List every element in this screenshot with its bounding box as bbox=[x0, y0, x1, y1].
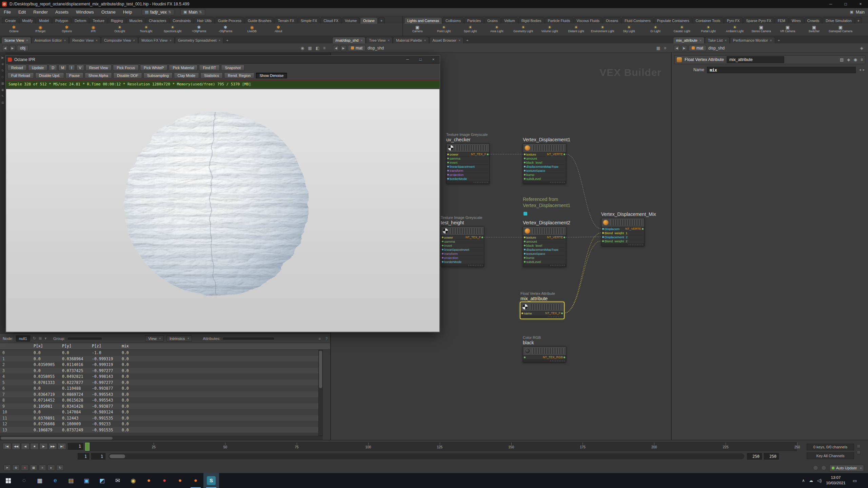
shelf-tab-viscous-fluids[interactable]: Viscous Fluids bbox=[574, 17, 603, 24]
node-param-black-level[interactable]: black_level bbox=[523, 244, 566, 248]
play-button[interactable]: ▶ bbox=[39, 443, 48, 450]
tray-expand-icon[interactable]: ∧ bbox=[802, 478, 805, 483]
intrinsics-dropdown[interactable]: Intrinsics▾ bbox=[166, 336, 192, 342]
grid-icon[interactable]: ▦ bbox=[656, 46, 660, 50]
updown-icon[interactable]: ⇅ bbox=[199, 10, 202, 14]
shelf-tab-create[interactable]: Create bbox=[2, 17, 19, 24]
sliders-icon[interactable]: ▤ bbox=[840, 57, 844, 62]
ipr-button-clay-mode[interactable]: Clay Mode bbox=[174, 73, 199, 79]
table-row[interactable]: 60.00.110488-0.9938770.0 bbox=[0, 385, 318, 391]
node-param-displacementmaptype[interactable]: displacementMapType bbox=[523, 248, 566, 252]
search-icon[interactable]: ◉ bbox=[854, 57, 857, 62]
ipr-button-snapshot[interactable]: Snapshot bbox=[221, 65, 244, 71]
node-header[interactable] bbox=[447, 144, 489, 152]
network-node-black[interactable]: Color RGBblackNT_TEX_RGB bbox=[523, 346, 566, 363]
shelf-tool-objparms[interactable]: ✱-ObjParms bbox=[212, 24, 239, 33]
step-options-icon[interactable]: ▸ bbox=[47, 465, 55, 471]
name-parameter-field[interactable]: mix bbox=[707, 67, 856, 73]
shelf-tab-grains[interactable]: Grains bbox=[484, 17, 501, 24]
node-param-blend-weight-1[interactable]: Blend_weight_1 bbox=[601, 231, 644, 235]
close-tab-icon[interactable]: × bbox=[26, 39, 28, 42]
node-header[interactable] bbox=[523, 144, 566, 152]
shelf-tool-octane[interactable]: ✱Octane bbox=[1, 24, 27, 33]
close-button[interactable]: × bbox=[427, 56, 440, 63]
node-param-name[interactable]: nameNT_TEX_F bbox=[521, 311, 564, 316]
forward-icon[interactable]: ▶ bbox=[340, 45, 347, 51]
add-pane-tab-icon[interactable]: + bbox=[464, 37, 471, 43]
shelf-tool-spectronlight[interactable]: ☀SpectronLight bbox=[159, 24, 186, 33]
ipr-button-rend-region[interactable]: Rend. Region bbox=[224, 73, 254, 79]
node-param-transform[interactable]: transform bbox=[447, 169, 489, 173]
shelf-tab-texture[interactable]: Texture bbox=[90, 17, 107, 24]
current-frame-display[interactable]: 1 bbox=[68, 443, 83, 450]
maximize-button[interactable]: □ bbox=[414, 56, 427, 63]
network-node-test-height[interactable]: Texture Image Greyscaletest_heightpowerN… bbox=[441, 226, 484, 267]
shelf-tab-constraints[interactable]: Constraints bbox=[170, 17, 194, 24]
close-tab-icon[interactable]: × bbox=[725, 39, 727, 42]
close-tab-icon[interactable]: × bbox=[133, 39, 135, 42]
next-key-button[interactable]: ▶▶ bbox=[48, 443, 57, 450]
network-node-vertex-displacement2[interactable]: Vertex_Displacement2textureNT_VERTEamoun… bbox=[523, 226, 566, 267]
menu-windows[interactable]: Windows bbox=[72, 8, 98, 16]
minimize-button[interactable]: ─ bbox=[823, 0, 838, 8]
split-icon[interactable]: ◧ bbox=[316, 46, 319, 50]
taskbar-app-edge[interactable]: e bbox=[47, 473, 63, 488]
ipr-button-reload[interactable]: Reload bbox=[7, 65, 27, 71]
record-icon[interactable]: ● bbox=[21, 465, 28, 471]
ipr-button-find-rt[interactable]: Find RT bbox=[199, 65, 220, 71]
node-header[interactable] bbox=[601, 218, 644, 227]
main-desktop-indicator[interactable]: ▣ Main bbox=[850, 10, 865, 15]
pin-icon[interactable]: ⊞ bbox=[39, 336, 42, 341]
shelf-tab-deform[interactable]: Deform bbox=[72, 17, 89, 24]
pane-menu-icon[interactable]: ≡ bbox=[323, 46, 326, 50]
render-viewport[interactable] bbox=[6, 89, 439, 332]
scrollbar-thumb[interactable] bbox=[1, 437, 113, 440]
node-param-invert[interactable]: invert bbox=[441, 244, 484, 248]
taskbar-app-chrome[interactable]: ◉ bbox=[125, 473, 141, 488]
range-slider-handle[interactable] bbox=[110, 454, 125, 458]
taskbar-app-task-view[interactable]: ▦ bbox=[32, 473, 47, 488]
desktop-selector[interactable]: ▤ fadjr_vex ⇅ bbox=[142, 9, 174, 15]
ipr-button-v[interactable]: V bbox=[76, 65, 84, 71]
node-param-subdlevel[interactable]: subdLevel bbox=[523, 260, 566, 264]
back-icon[interactable]: ◀ bbox=[2, 45, 8, 51]
ipr-button-disable-dof[interactable]: Disable DOF bbox=[113, 73, 142, 79]
viewport-tool-icon[interactable]: ⊕ bbox=[1, 62, 4, 66]
camera-lock-icon[interactable]: ◉ bbox=[301, 46, 304, 50]
back-icon[interactable]: ◀ bbox=[674, 45, 680, 51]
shelf-tab-oceans[interactable]: Oceans bbox=[603, 17, 621, 24]
close-tab-icon[interactable]: × bbox=[360, 39, 362, 42]
shelf-tab-rigid-bodies[interactable]: Rigid Bodies bbox=[518, 17, 545, 24]
shelf-tab-sparse-pyro-fx[interactable]: Sparse Pyro FX bbox=[743, 17, 774, 24]
pane-tab-composite-view[interactable]: Composite View× bbox=[101, 37, 138, 43]
pane-tab-take-list[interactable]: Take List× bbox=[705, 37, 730, 43]
shelf-tab-fem[interactable]: FEM bbox=[775, 17, 788, 24]
shelf-tool-stereo-camera[interactable]: ▣Stereo Camera bbox=[748, 24, 774, 33]
taskbar-app-firefox[interactable]: ● bbox=[141, 473, 157, 488]
close-tab-icon[interactable]: × bbox=[218, 39, 220, 42]
shelf-tab-particle-fluids[interactable]: Particle Fluids bbox=[545, 17, 573, 24]
refresh-icon[interactable]: ↻ bbox=[33, 336, 36, 341]
close-tab-icon[interactable]: × bbox=[770, 39, 772, 42]
close-tab-icon[interactable]: × bbox=[170, 39, 172, 42]
shelf-tab-pyro-fx[interactable]: Pyro FX bbox=[724, 17, 743, 24]
key-all-channels-button[interactable]: Key All Channels bbox=[807, 452, 854, 459]
shelf-tool-ambient-light[interactable]: ☀Ambient Light bbox=[722, 24, 748, 33]
pane-tab-animation-editor[interactable]: Animation Editor× bbox=[32, 37, 69, 43]
minimize-button[interactable]: ─ bbox=[401, 56, 414, 63]
table-row[interactable]: 110.03708910.12443-0.9915350.0 bbox=[0, 415, 318, 421]
table-row[interactable]: 100.00.147084-0.9891240.0 bbox=[0, 409, 318, 415]
shelf-tab-vellum[interactable]: Vellum bbox=[501, 17, 518, 24]
pane-tab-mix-attribute[interactable]: mix_attribute× bbox=[673, 37, 705, 43]
ipr-button-show-denoise[interactable]: Show Denoise bbox=[256, 73, 287, 79]
node-param-bump[interactable]: bump bbox=[523, 173, 566, 177]
shelf-tool-caustic-light[interactable]: ☀Caustic Light bbox=[669, 24, 695, 33]
shelf-tab-simple-fx[interactable]: Simple FX bbox=[298, 17, 320, 24]
shelf-tab-model[interactable]: Model bbox=[36, 17, 52, 24]
pin-icon[interactable]: ◈ bbox=[847, 57, 850, 62]
add-pane-tab-icon[interactable]: + bbox=[224, 37, 231, 43]
taskbar-app-houdini[interactable]: ● bbox=[188, 473, 203, 488]
ipr-button-full-reload[interactable]: Full Reload bbox=[7, 73, 34, 79]
sync-icon[interactable]: ↻ bbox=[56, 465, 64, 471]
close-tab-icon[interactable]: × bbox=[699, 39, 702, 42]
